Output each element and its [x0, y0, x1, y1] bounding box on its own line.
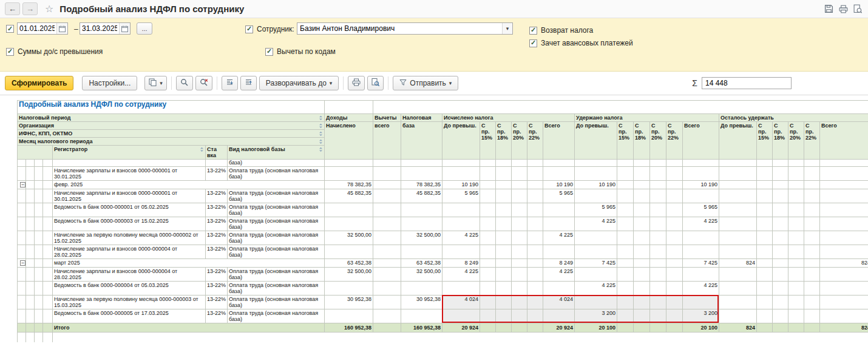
value-cell[interactable] [650, 245, 666, 259]
value-cell[interactable] [820, 268, 868, 282]
col-group-withheld[interactable]: Удержано налога [575, 114, 719, 122]
value-cell[interactable] [788, 323, 804, 333]
value-cell[interactable] [442, 309, 480, 323]
value-cell[interactable] [757, 259, 773, 268]
value-cell[interactable] [543, 167, 575, 181]
value-cell[interactable]: 30 952,38 [325, 296, 373, 309]
period-options-button[interactable]: ... [137, 22, 152, 35]
value-cell[interactable]: 10 190 [683, 181, 719, 189]
value-cell[interactable] [650, 167, 666, 181]
value-cell[interactable] [634, 259, 650, 268]
value-cell[interactable] [666, 203, 683, 217]
value-cell[interactable] [512, 268, 527, 282]
value-cell[interactable] [373, 323, 401, 333]
value-cell[interactable] [773, 309, 788, 323]
sums-checkbox[interactable]: ✓ [6, 48, 14, 56]
value-cell[interactable]: 824 [719, 323, 757, 333]
value-cell[interactable] [820, 167, 868, 181]
table-row[interactable]: Начисление зарплаты и взносов 0000-00000… [18, 245, 868, 259]
value-cell[interactable] [543, 217, 575, 231]
value-cell[interactable] [496, 282, 512, 296]
value-cell[interactable] [480, 323, 496, 333]
value-cell[interactable] [401, 203, 442, 217]
collapse-groups-button[interactable] [222, 76, 238, 90]
employee-checkbox[interactable]: ✓ [245, 25, 253, 33]
value-cell[interactable]: 20 100 [575, 323, 617, 333]
value-cell[interactable] [543, 309, 575, 323]
value-cell[interactable] [512, 203, 527, 217]
base-kind-cell[interactable]: Оплата труда (основная налоговая база) [228, 231, 325, 245]
value-cell[interactable] [634, 181, 650, 189]
registrar-cell[interactable]: Начисление за первую половину месяца 000… [53, 296, 206, 309]
value-cell[interactable] [325, 203, 373, 217]
value-cell[interactable] [650, 309, 666, 323]
value-cell[interactable] [683, 268, 719, 282]
value-cell[interactable] [650, 203, 666, 217]
value-cell[interactable] [373, 268, 401, 282]
value-cell[interactable] [496, 259, 512, 268]
value-cell[interactable] [512, 296, 527, 309]
value-cell[interactable]: 4 225 [683, 282, 719, 296]
value-cell[interactable] [617, 296, 634, 309]
value-cell[interactable] [666, 268, 683, 282]
cancel-search-button[interactable] [195, 76, 212, 90]
employee-input[interactable] [297, 24, 502, 33]
value-cell[interactable] [512, 167, 527, 181]
value-cell[interactable] [373, 245, 401, 259]
value-cell[interactable] [634, 245, 650, 259]
value-cell[interactable] [527, 268, 543, 282]
value-cell[interactable]: 7 425 [575, 259, 617, 268]
search-button[interactable] [176, 76, 193, 90]
value-cell[interactable] [543, 245, 575, 259]
value-cell[interactable] [496, 268, 512, 282]
col-group-remaining[interactable]: Осталось удержать [719, 114, 868, 122]
value-cell[interactable]: 10 190 [543, 181, 575, 189]
value-cell[interactable] [757, 296, 773, 309]
value-cell[interactable] [617, 245, 634, 259]
value-cell[interactable] [496, 323, 512, 333]
value-cell[interactable]: 5 965 [442, 189, 480, 203]
value-cell[interactable]: 32 500,00 [325, 268, 373, 282]
value-cell[interactable] [527, 282, 543, 296]
value-cell[interactable] [719, 203, 757, 217]
base-kind-cell[interactable]: Оплата труда (основная налоговая база) [228, 245, 325, 259]
col-header-income[interactable]: Доходы [325, 114, 373, 122]
value-cell[interactable] [496, 231, 512, 245]
col-header-withheld-rate[interactable]: Спр.22% [666, 122, 683, 160]
value-cell[interactable] [575, 189, 617, 203]
value-cell[interactable] [788, 203, 804, 217]
value-cell[interactable] [527, 181, 543, 189]
print-icon[interactable] [839, 5, 848, 13]
rate-cell[interactable]: 13-22% [206, 309, 228, 323]
registrar-cell[interactable]: Начисление за первую половину месяца 000… [53, 231, 206, 245]
value-cell[interactable]: 4 024 [543, 296, 575, 309]
expand-to-button[interactable]: Разворачивать до ▾ [259, 76, 339, 90]
table-row[interactable]: Начисление за первую половину месяца 000… [18, 231, 868, 245]
rate-cell[interactable]: 13-22% [206, 203, 228, 217]
value-cell[interactable] [757, 181, 773, 189]
col-header-withheld-rate[interactable]: Спр.15% [617, 122, 634, 160]
value-cell[interactable] [666, 217, 683, 231]
value-cell[interactable] [788, 268, 804, 282]
value-cell[interactable] [757, 309, 773, 323]
value-cell[interactable] [788, 282, 804, 296]
value-cell[interactable] [804, 203, 820, 217]
value-cell[interactable] [617, 259, 634, 268]
col-header-rate[interactable]: Ста вка [206, 146, 228, 160]
value-cell[interactable] [666, 245, 683, 259]
col-header-registrar[interactable]: Регистратор [53, 146, 206, 160]
value-cell[interactable]: 4 225 [543, 231, 575, 245]
table-row[interactable]: Начисление за первую половину месяца 000… [18, 296, 868, 309]
value-cell[interactable] [757, 231, 773, 245]
value-cell[interactable] [650, 231, 666, 245]
value-cell[interactable] [512, 217, 527, 231]
value-cell[interactable]: 32 500,00 [325, 231, 373, 245]
col-header-withheld-rate[interactable]: Спр.18% [634, 122, 650, 160]
value-cell[interactable] [650, 189, 666, 203]
value-cell[interactable] [617, 167, 634, 181]
value-cell[interactable]: 824 [820, 259, 868, 268]
registrar-cell[interactable]: Начисление зарплаты и взносов 0000-00000… [53, 268, 206, 282]
value-cell[interactable] [373, 282, 401, 296]
value-cell[interactable] [512, 323, 527, 333]
value-cell[interactable]: 20 924 [442, 323, 480, 333]
